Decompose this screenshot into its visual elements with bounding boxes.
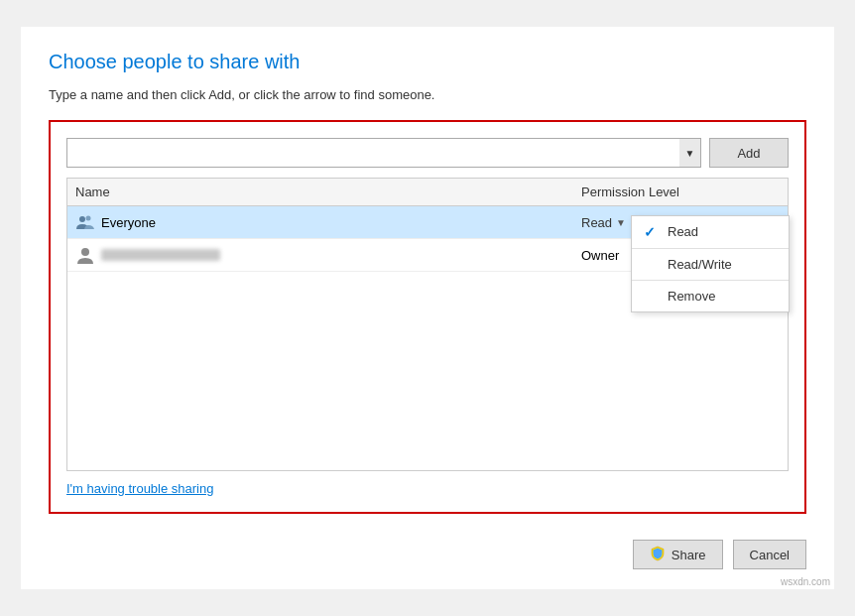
menu-item-remove-label: Remove [668, 289, 715, 304]
people-table: Name Permission Level Everyo [66, 178, 789, 471]
dialog-title: Choose people to share with [49, 51, 806, 73]
dropdown-arrow-button[interactable]: ▼ [679, 138, 701, 168]
shield-icon [650, 546, 666, 564]
svg-point-0 [79, 216, 85, 222]
svg-point-2 [81, 248, 89, 256]
menu-item-readwrite[interactable]: Read/Write [632, 248, 789, 280]
perm-label-owner: Owner [581, 248, 619, 263]
input-combo: ▼ [66, 138, 701, 168]
perm-arrow-icon: ▼ [616, 217, 626, 228]
name-input[interactable] [66, 138, 679, 168]
col-perm-header: Permission Level [581, 185, 780, 199]
menu-item-read[interactable]: ✓ Read [632, 216, 789, 248]
table-header: Name Permission Level [67, 179, 788, 206]
menu-item-readwrite-label: Read/Write [668, 257, 732, 272]
perm-dropdown[interactable]: Read ▼ [581, 215, 626, 230]
menu-item-read-label: Read [668, 224, 698, 239]
group-icon [75, 212, 95, 232]
share-dialog: Choose people to share with Type a name … [21, 27, 834, 589]
share-button-label: Share [672, 548, 706, 562]
row-name-text: Everyone [101, 215, 156, 230]
menu-item-remove[interactable]: Remove [632, 280, 789, 311]
permission-menu: ✓ Read Read/Write Remove [631, 215, 790, 312]
row-perm: Read ▼ ✓ Read Read/Write [581, 215, 780, 230]
trouble-sharing-link[interactable]: I'm having trouble sharing [66, 481, 213, 496]
share-panel: ▼ Add Name Permission Level [49, 120, 806, 514]
user-icon [75, 245, 95, 265]
row-name [75, 245, 581, 265]
add-button[interactable]: Add [709, 138, 789, 168]
blurred-username [101, 249, 220, 261]
dialog-subtitle: Type a name and then click Add, or click… [49, 87, 806, 102]
svg-point-1 [86, 216, 91, 221]
bottom-bar: Share Cancel [49, 530, 806, 569]
cancel-button[interactable]: Cancel [733, 540, 806, 569]
checkmark-icon: ✓ [644, 224, 660, 240]
col-name-header: Name [75, 185, 581, 199]
share-button[interactable]: Share [633, 540, 723, 569]
row-name: Everyone [75, 212, 581, 232]
watermark: wsxdn.com [781, 576, 830, 587]
input-row: ▼ Add [66, 138, 789, 168]
table-row[interactable]: Everyone Read ▼ ✓ Read [67, 206, 788, 239]
perm-label: Read [581, 215, 612, 230]
